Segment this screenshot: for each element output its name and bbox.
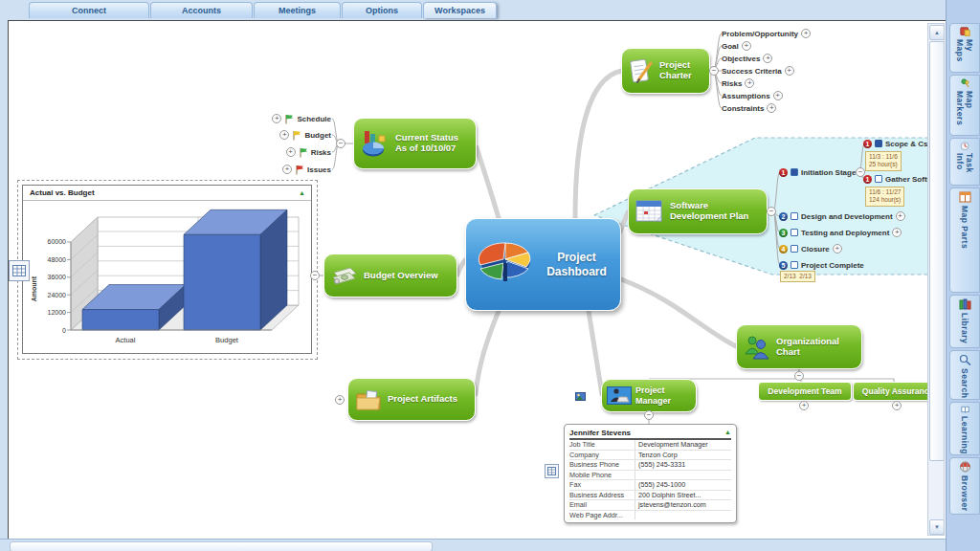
- priority-1-icon: 1: [779, 168, 788, 177]
- sdp-stage-design[interactable]: 2Design and Development+: [779, 211, 905, 221]
- topic-project-manager[interactable]: ProjectManager: [601, 379, 697, 412]
- topic-project-charter[interactable]: ProjectCharter: [621, 48, 710, 94]
- scroll-down-button[interactable]: ▼: [929, 519, 945, 535]
- expand-icon[interactable]: +: [767, 103, 776, 113]
- expand-icon[interactable]: +: [742, 41, 751, 51]
- task-checkbox[interactable]: [791, 229, 798, 236]
- scroll-up-button[interactable]: ▲: [929, 25, 945, 40]
- expand-icon[interactable]: +: [272, 114, 281, 123]
- collapse-icon[interactable]: −: [644, 410, 654, 420]
- sdp-stage-testing[interactable]: 3Testing and Deployment+: [779, 228, 902, 237]
- spreadsheet-icon[interactable]: [9, 260, 30, 281]
- expand-icon[interactable]: +: [833, 244, 842, 253]
- horizontal-scroll-thumb[interactable]: [10, 541, 433, 551]
- sidebar-tab-search[interactable]: Search: [949, 350, 980, 400]
- task-checkbox[interactable]: [791, 245, 798, 253]
- task-dates-badge: 11/6 : 11/27124 hour(s): [865, 187, 904, 207]
- charter-item-risks[interactable]: Risks+: [722, 78, 754, 88]
- item-label: Budget: [304, 131, 331, 140]
- sdp-task-gather[interactable]: 1Gather Softw: [863, 174, 933, 184]
- expand-icon[interactable]: +: [745, 78, 754, 88]
- status-item-risks[interactable]: +Risks: [286, 147, 331, 157]
- topic-budget-overview[interactable]: Budget Overview: [323, 253, 457, 298]
- tab-workspaces[interactable]: Workspaces: [423, 2, 497, 18]
- contact-field-value: (555) 245-3331: [635, 460, 731, 469]
- expand-icon[interactable]: +: [335, 395, 345, 405]
- ytick-4: 48000: [48, 256, 67, 263]
- task-checkbox[interactable]: [791, 261, 798, 269]
- expand-icon[interactable]: +: [785, 66, 794, 76]
- charter-item-problem-opportunity[interactable]: Problem/Opportunity+: [722, 29, 811, 38]
- sidebar-tab-map-markers[interactable]: Map Markers: [949, 75, 980, 136]
- search-icon: [959, 354, 971, 365]
- collapse-icon[interactable]: −: [794, 371, 804, 381]
- sidebar-tab-task-info[interactable]: Task Info: [949, 138, 980, 186]
- expand-icon[interactable]: +: [892, 228, 902, 237]
- priority-1-icon: 1: [863, 175, 872, 184]
- status-item-budget[interactable]: +Budget: [279, 130, 331, 140]
- charter-item-assumptions[interactable]: Assumptions+: [722, 91, 783, 100]
- sdp-stage-complete[interactable]: 5Project Complete: [779, 260, 864, 270]
- charter-item-constraints[interactable]: Constraints+: [722, 103, 776, 113]
- status-item-schedule[interactable]: +Schedule: [272, 114, 331, 123]
- expand-icon[interactable]: +: [763, 54, 772, 63]
- status-item-issues[interactable]: +Issues: [282, 165, 331, 174]
- collapse-icon[interactable]: −: [310, 271, 320, 280]
- sdp-stage-initiation[interactable]: 1Initiation Stage: [779, 167, 856, 177]
- charter-item-success-criteria[interactable]: Success Criteria+: [722, 66, 794, 76]
- task-progress-checkbox[interactable]: [791, 168, 798, 176]
- topic-organizational-chart[interactable]: OrganizationalChart: [736, 324, 862, 369]
- expand-icon[interactable]: +: [801, 29, 811, 38]
- sidebar-tab-library[interactable]: Library: [949, 295, 980, 348]
- collapse-icon[interactable]: −: [856, 167, 865, 177]
- expand-icon[interactable]: +: [892, 401, 902, 410]
- sidebar-tab-learning[interactable]: Learning: [949, 402, 980, 455]
- expand-icon[interactable]: +: [773, 91, 783, 100]
- task-checkbox[interactable]: [875, 175, 882, 183]
- budget-chart-card[interactable]: Actual vs. Budget ▲: [22, 185, 312, 354]
- tab-connect[interactable]: Connect: [29, 2, 149, 18]
- sdp-task-scope[interactable]: 1Scope & Cs: [863, 139, 927, 148]
- sdp-stage-closure[interactable]: 4Closure+: [779, 244, 842, 253]
- contact-name: Jennifer Stevens: [569, 429, 631, 437]
- collapse-icon[interactable]: −: [709, 66, 719, 76]
- pie-chart-3d-icon: [476, 238, 535, 292]
- expand-icon[interactable]: +: [896, 211, 905, 221]
- tab-accounts[interactable]: Accounts: [150, 2, 253, 18]
- task-pane-sidebar: My Maps Map Markers Task Info Map Parts …: [946, 0, 980, 551]
- attachment-image-icon[interactable]: [575, 392, 586, 401]
- sidebar-tab-label: Map Parts: [960, 206, 969, 249]
- tab-options[interactable]: Options: [342, 2, 422, 18]
- expand-icon[interactable]: +: [799, 401, 809, 410]
- sidebar-tab-map-parts[interactable]: Map Parts: [949, 187, 980, 293]
- topic-current-status[interactable]: Current StatusAs of 10/10/07: [353, 118, 477, 169]
- task-checkbox[interactable]: [791, 212, 798, 220]
- chart-collapse-icon[interactable]: ▲: [299, 188, 305, 198]
- horizontal-scrollbar[interactable]: [0, 539, 980, 551]
- item-label: Scope & Cs: [885, 140, 927, 148]
- contact-collapse-icon[interactable]: ▲: [724, 428, 731, 437]
- expand-icon[interactable]: +: [286, 147, 296, 157]
- item-label: Project Complete: [801, 261, 864, 270]
- contact-grid-icon[interactable]: [545, 464, 559, 478]
- contact-details-card[interactable]: Jennifer Stevens ▲ Job TitleDevelopment …: [564, 424, 737, 523]
- topic-project-artifacts[interactable]: Project Artifacts: [347, 378, 476, 421]
- central-topic-project-dashboard[interactable]: ProjectDashboard: [465, 218, 621, 311]
- contact-field-label: Business Phone: [569, 460, 635, 470]
- topic-development-team[interactable]: Development Team: [758, 382, 852, 401]
- topic-software-development-plan[interactable]: SoftwareDevelopment Plan: [628, 188, 768, 234]
- collapse-icon[interactable]: −: [767, 207, 776, 216]
- vertical-scroll-thumb[interactable]: [929, 41, 945, 461]
- charter-item-goal[interactable]: Goal+: [722, 41, 751, 51]
- expand-icon[interactable]: +: [282, 165, 292, 174]
- tab-meetings[interactable]: Meetings: [254, 2, 341, 18]
- expand-icon[interactable]: +: [279, 130, 289, 140]
- sidebar-tab-my-maps[interactable]: My Maps: [949, 23, 980, 73]
- topic-label: OrganizationalChart: [776, 337, 839, 358]
- collapse-icon[interactable]: −: [336, 139, 345, 148]
- task-progress-checkbox[interactable]: [875, 140, 882, 147]
- charter-item-objectives[interactable]: Objectives+: [722, 54, 772, 63]
- vertical-scrollbar[interactable]: ▲ ▼: [927, 23, 945, 536]
- sidebar-tab-browser[interactable]: Browser: [949, 457, 980, 515]
- map-canvas[interactable]: Actual vs. Budget ▲: [8, 20, 947, 540]
